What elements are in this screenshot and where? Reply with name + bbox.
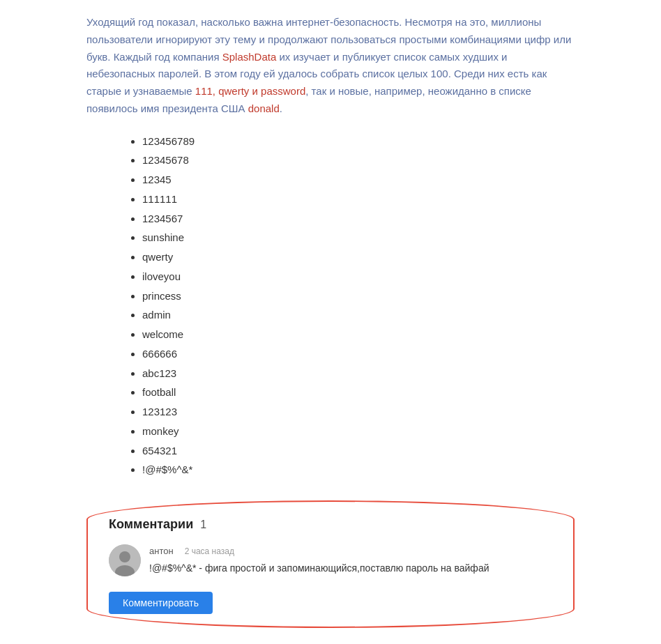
- list-item: admin: [142, 305, 575, 325]
- comments-header: Комментарии 1: [109, 514, 552, 535]
- password-list: 123456789 12345678 12345 111111 1234567 …: [86, 132, 575, 480]
- list-item: abc123: [142, 364, 575, 383]
- list-item: 654321: [142, 441, 575, 461]
- list-item: monkey: [142, 422, 575, 441]
- highlight-passwords: 111, qwerty и password: [195, 85, 305, 97]
- list-item: football: [142, 383, 575, 402]
- list-item: 12345678: [142, 151, 575, 170]
- list-item: princess: [142, 286, 575, 306]
- comment-meta: антон 2 часа назад: [149, 544, 552, 559]
- comment-button[interactable]: Комментировать: [109, 592, 213, 614]
- comments-section: Комментарии 1 антон 2 часа назад !@#$%^&…: [86, 500, 575, 628]
- list-item: !@#$%^&*: [142, 460, 575, 480]
- comment-text: !@#$%^&* - фига простой и запоминающийся…: [149, 561, 552, 576]
- list-item: iloveyou: [142, 267, 575, 286]
- comments-title: Комментарии: [109, 514, 193, 535]
- comments-count: 1: [200, 516, 206, 534]
- list-item: sunshine: [142, 228, 575, 247]
- avatar-icon: [109, 544, 141, 576]
- list-item: 1234567: [142, 209, 575, 229]
- comment-author: антон: [149, 544, 174, 559]
- list-item: 123123: [142, 402, 575, 422]
- comment-item: антон 2 часа назад !@#$%^&* - фига прост…: [109, 544, 552, 576]
- highlight-splashdata: SplashData: [222, 51, 277, 63]
- list-item: 111111: [142, 190, 575, 209]
- comment-body: антон 2 часа назад !@#$%^&* - фига прост…: [149, 544, 552, 576]
- list-item: 12345: [142, 170, 575, 190]
- list-item: qwerty: [142, 247, 575, 267]
- list-item: 123456789: [142, 132, 575, 151]
- comment-time: 2 часа назад: [185, 545, 234, 558]
- avatar: [109, 544, 141, 576]
- page-wrapper: Уходящий год показал, насколько важна ин…: [66, 0, 595, 644]
- text-part-4: .: [280, 102, 282, 114]
- highlight-donald: donald: [248, 102, 280, 114]
- article-paragraph: Уходящий год показал, насколько важна ин…: [86, 14, 575, 118]
- list-item: welcome: [142, 325, 575, 344]
- svg-point-1: [119, 551, 130, 562]
- list-item: 666666: [142, 344, 575, 364]
